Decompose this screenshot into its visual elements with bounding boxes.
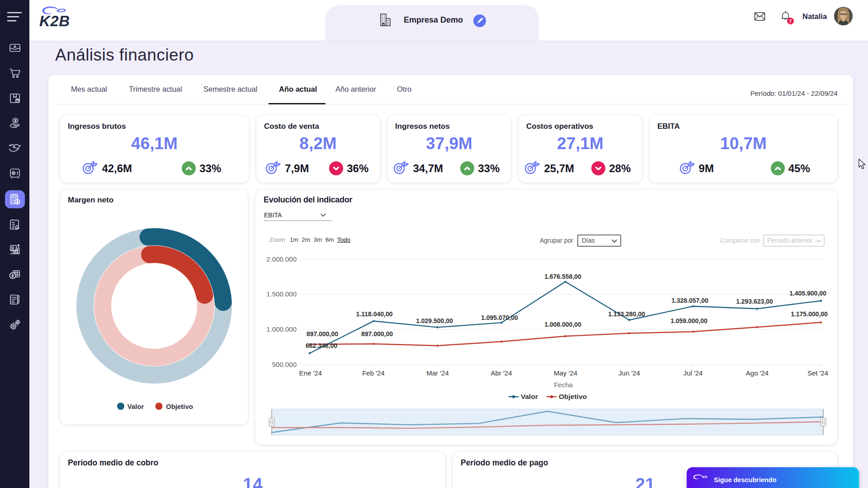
svg-text:1.118.040,00: 1.118.040,00 (356, 310, 393, 318)
svg-text:1.405.900,00: 1.405.900,00 (789, 290, 826, 297)
svg-text:Jul '24: Jul '24 (684, 369, 703, 377)
svg-text:1.095.070,00: 1.095.070,00 (481, 314, 518, 321)
svg-text:1.328.057,00: 1.328.057,00 (671, 297, 708, 304)
svg-text:1.500.000: 1.500.000 (266, 290, 297, 298)
svg-text:Feb '24: Feb '24 (362, 369, 385, 377)
svg-text:Ago '24: Ago '24 (746, 369, 769, 377)
svg-text:1.029.500,00: 1.029.500,00 (416, 317, 453, 324)
svg-text:1.059.000,00: 1.059.000,00 (670, 317, 708, 324)
svg-text:Valor: Valor (521, 393, 538, 400)
svg-text:1.676.558,00: 1.676.558,00 (544, 273, 581, 280)
svg-text:Mar '24: Mar '24 (426, 369, 449, 377)
svg-text:897.000,00: 897.000,00 (361, 330, 393, 338)
svg-text:Jun '24: Jun '24 (618, 369, 640, 377)
svg-text:Valor: Valor (127, 403, 144, 410)
svg-text:Objetivo: Objetivo (559, 393, 587, 400)
svg-text:Set '24: Set '24 (807, 369, 828, 377)
svg-text:1.293.623,00: 1.293.623,00 (736, 298, 773, 305)
svg-text:662.348,00: 662.348,00 (306, 342, 337, 349)
svg-text:Abr '24: Abr '24 (491, 369, 512, 377)
svg-text:897.000,00: 897.000,00 (307, 330, 338, 338)
svg-text:500.000: 500.000 (272, 361, 297, 368)
svg-text:Objetivo: Objetivo (166, 403, 193, 410)
svg-text:1.000.000: 1.000.000 (266, 325, 297, 333)
svg-text:Ene '24: Ene '24 (299, 369, 322, 377)
svg-text:1.175.000,00: 1.175.000,00 (791, 310, 828, 318)
svg-text:May '24: May '24 (554, 369, 577, 377)
svg-text:1.133.280,00: 1.133.280,00 (608, 310, 645, 318)
svg-text:Fecha: Fecha (554, 381, 573, 389)
svg-text:1.008.000,00: 1.008.000,00 (544, 321, 581, 328)
svg-text:2.000.000: 2.000.000 (266, 255, 297, 263)
